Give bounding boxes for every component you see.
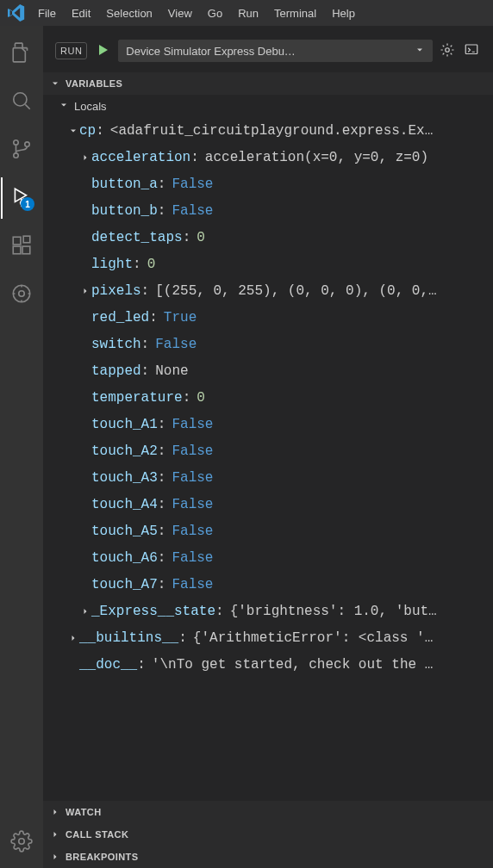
activity-search[interactable] (1, 81, 42, 122)
chevron-right-icon (79, 606, 91, 617)
play-icon (96, 43, 109, 59)
chevron-down-icon (50, 78, 60, 89)
menu-terminal[interactable]: Terminal (267, 3, 323, 23)
section-watch[interactable]: WATCH (43, 801, 493, 823)
section-breakpoints-title: BREAKPOINTS (66, 852, 138, 862)
var-value: None (155, 363, 188, 379)
activity-extensions[interactable] (1, 226, 42, 267)
var-value: True (164, 310, 197, 326)
var-name: __builtins__ (79, 630, 178, 646)
svg-point-0 (14, 92, 27, 105)
var-name: touch_A6 (91, 550, 158, 566)
var-button-b[interactable]: button_b:False (43, 197, 493, 224)
chevron-right-icon (79, 152, 91, 163)
svg-rect-5 (13, 237, 21, 245)
var-value: False (172, 203, 213, 219)
scope-locals[interactable]: Locals (43, 95, 493, 117)
var-touch-a6[interactable]: touch_A6:False (43, 544, 493, 571)
menu-file[interactable]: File (31, 3, 63, 23)
var-name: tapped (91, 363, 141, 379)
var-doc[interactable]: __doc__:'\nTo get started, check out the… (43, 651, 493, 678)
var-name: touch_A2 (91, 443, 158, 459)
var-touch-a5[interactable]: touch_A5:False (43, 518, 493, 544)
var-value: False (172, 443, 213, 459)
section-callstack[interactable]: CALL STACK (43, 823, 493, 846)
var-acceleration[interactable]: acceleration:acceleration(x=0, y=0, z=0) (43, 144, 493, 170)
svg-rect-7 (22, 246, 30, 254)
var-touch-a1[interactable]: touch_A1:False (43, 411, 493, 437)
chevron-right-icon (50, 852, 60, 862)
var-switch[interactable]: switch:False (43, 331, 493, 357)
files-icon (10, 41, 33, 66)
activity-settings[interactable] (1, 822, 42, 863)
var-express-state[interactable]: _Express__state:{'brightness': 1.0, 'but… (43, 598, 493, 624)
var-value: [(255, 0, 255), (0, 0, 0), (0, 0,… (155, 283, 436, 299)
debug-config-select[interactable]: Device Simulator Express Debu… (118, 40, 433, 62)
start-debug-button[interactable] (92, 40, 113, 61)
var-temperature[interactable]: temperature:0 (43, 384, 493, 411)
var-tapped[interactable]: tapped:None (43, 357, 493, 384)
branch-icon (10, 138, 33, 163)
menu-edit[interactable]: Edit (65, 3, 97, 23)
activity-scm[interactable] (1, 129, 42, 170)
var-name: pixels (91, 283, 141, 299)
menu-go[interactable]: Go (201, 3, 229, 23)
var-pixels[interactable]: pixels:[(255, 0, 255), (0, 0, 0), (0, 0,… (43, 277, 493, 304)
var-value: False (172, 470, 213, 486)
svg-point-10 (19, 290, 25, 296)
svg-point-12 (446, 47, 450, 52)
svg-rect-8 (23, 236, 30, 243)
menu-help[interactable]: Help (325, 3, 362, 23)
menu-bar: File Edit Selection View Go Run Terminal… (0, 0, 493, 26)
menu-run[interactable]: Run (231, 3, 265, 23)
var-name: touch_A7 (91, 577, 158, 592)
section-variables[interactable]: VARIABLES (43, 72, 493, 95)
svg-point-3 (25, 141, 29, 146)
chevron-down-icon (415, 45, 425, 58)
chevron-right-icon (67, 633, 79, 643)
section-breakpoints[interactable]: BREAKPOINTS (43, 846, 493, 868)
section-callstack-title: CALL STACK (66, 829, 128, 840)
var-value: 0 (197, 390, 205, 406)
var-value: 0 (147, 257, 156, 272)
menu-selection[interactable]: Selection (99, 3, 159, 23)
section-variables-title: VARIABLES (66, 78, 122, 89)
var-builtins[interactable]: __builtins__:{'ArithmeticError': <class … (43, 624, 493, 651)
var-detect-taps[interactable]: detect_taps:0 (43, 224, 493, 251)
var-value: <adafruit_circuitplayground.express.Ex… (110, 123, 433, 139)
gear-icon (10, 830, 33, 855)
activity-pages[interactable] (1, 274, 42, 315)
var-value: 0 (197, 230, 205, 245)
debug-toolbar: RUN Device Simulator Express Debu… (55, 34, 481, 67)
var-name: __doc__ (79, 657, 137, 673)
scope-locals-label: Locals (74, 100, 107, 113)
var-value: False (172, 550, 213, 566)
svg-point-9 (13, 285, 30, 302)
var-value: '\nTo get started, check out the … (152, 657, 433, 673)
activity-debug[interactable]: 1 (1, 177, 42, 219)
debug-badge: 1 (21, 197, 34, 211)
var-touch-a7[interactable]: touch_A7:False (43, 571, 493, 598)
var-name: touch_A5 (91, 524, 158, 539)
var-name: button_b (91, 203, 158, 219)
var-red-led[interactable]: red_led:True (43, 304, 493, 331)
vscode-logo-icon (3, 4, 29, 22)
search-icon (10, 90, 33, 115)
debug-console-button[interactable] (462, 41, 481, 60)
var-cp[interactable]: cp:<adafruit_circuitplayground.express.E… (43, 117, 493, 144)
debug-console-icon (464, 42, 479, 60)
var-touch-a2[interactable]: touch_A2:False (43, 437, 493, 464)
menu-view[interactable]: View (161, 3, 199, 23)
activity-explorer[interactable] (1, 33, 42, 74)
open-launch-json-button[interactable] (438, 41, 457, 60)
var-name: detect_taps (91, 230, 183, 245)
var-name: light (91, 257, 133, 272)
variables-tree[interactable]: cp:<adafruit_circuitplayground.express.E… (43, 117, 493, 801)
var-name: red_led (91, 310, 149, 326)
var-light[interactable]: light:0 (43, 251, 493, 277)
var-touch-a4[interactable]: touch_A4:False (43, 491, 493, 518)
extensions-icon (10, 234, 33, 259)
var-name: button_a (91, 177, 158, 192)
var-button-a[interactable]: button_a:False (43, 170, 493, 197)
var-touch-a3[interactable]: touch_A3:False (43, 464, 493, 491)
